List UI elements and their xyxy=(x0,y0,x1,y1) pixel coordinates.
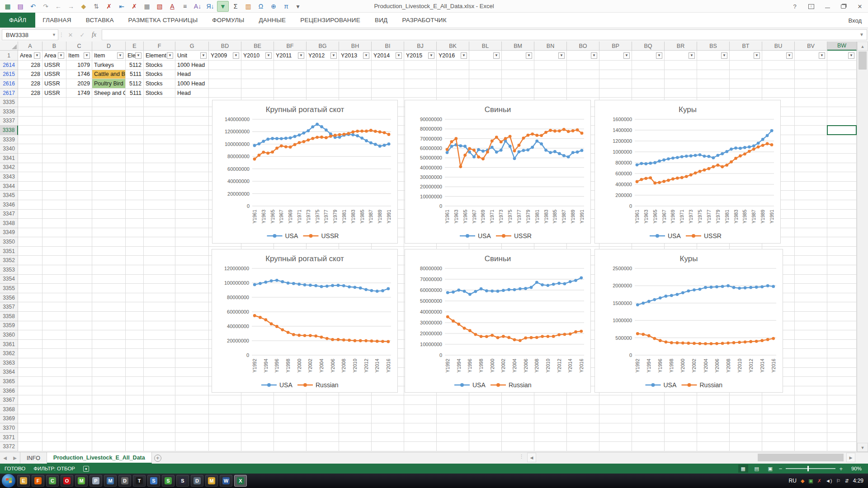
cell-BW3359[interactable] xyxy=(827,321,857,331)
filter-dropdown-icon[interactable]: ▼ xyxy=(135,52,142,59)
cell-BE2616[interactable] xyxy=(241,79,274,89)
cell-BW3353[interactable] xyxy=(827,265,857,275)
cell-B3358[interactable] xyxy=(42,312,66,321)
cell-B3351[interactable] xyxy=(42,247,66,256)
row-header-3347[interactable]: 3347 xyxy=(0,210,18,219)
cell-BI3369[interactable] xyxy=(372,414,404,424)
cell-C3346[interactable] xyxy=(66,200,92,210)
cell-D3371[interactable] xyxy=(92,433,126,442)
cell-BU2615[interactable] xyxy=(762,70,795,80)
chart-cattle-ussr[interactable]: Крупный рогатый скот02000000040000000600… xyxy=(212,100,398,244)
cell-B3349[interactable] xyxy=(42,228,66,238)
cell-F3340[interactable] xyxy=(144,144,175,154)
cell-BV3357[interactable] xyxy=(795,302,827,312)
cell-C3365[interactable] xyxy=(66,377,92,386)
cell-B3362[interactable] xyxy=(42,349,66,358)
filter-dropdown-icon[interactable]: ▼ xyxy=(34,52,40,59)
cell-BI3367[interactable] xyxy=(372,395,404,405)
cell-C3353[interactable] xyxy=(66,265,92,275)
taskbar-steam-icon[interactable]: S xyxy=(176,475,189,487)
filter-dropdown-icon[interactable]: ▼ xyxy=(623,52,630,59)
cell-E3354[interactable] xyxy=(126,275,144,284)
cell-F1[interactable]: Element▼ xyxy=(144,51,175,61)
zoom-level[interactable]: 90% xyxy=(846,466,862,471)
cell-BW3342[interactable] xyxy=(827,163,857,173)
sheet-nav-left-icon[interactable]: ◀ xyxy=(0,452,10,464)
ribbon-tab-рецензирование[interactable]: РЕЦЕНЗИРОВАНИЕ xyxy=(293,13,368,28)
hyperlink-icon[interactable]: ⊕ xyxy=(268,1,279,12)
cell-BJ2615[interactable] xyxy=(404,70,437,80)
cell-BS3372[interactable] xyxy=(697,442,730,451)
cell-A3365[interactable] xyxy=(18,377,42,386)
taskbar-security-app-icon[interactable]: S xyxy=(162,475,175,487)
cell-BL3368[interactable] xyxy=(469,405,502,414)
cell-E2617[interactable]: 5111 xyxy=(126,89,144,98)
row-header-3367[interactable]: 3367 xyxy=(0,395,18,405)
cell-BS3367[interactable] xyxy=(697,395,730,405)
cell-BV3343[interactable] xyxy=(795,172,827,182)
qat-more-icon[interactable]: ▾ xyxy=(293,1,303,12)
cell-B3347[interactable] xyxy=(42,210,66,219)
cell-D2614[interactable]: Turkeys xyxy=(92,61,126,70)
cell-BH1[interactable]: Y2013▼ xyxy=(339,51,372,61)
cell-C3356[interactable] xyxy=(66,293,92,303)
cell-BW3352[interactable] xyxy=(827,256,857,265)
cell-BU2614[interactable] xyxy=(762,61,795,70)
cell-G3349[interactable] xyxy=(175,228,209,238)
cell-C2617[interactable]: 1749 xyxy=(66,89,92,98)
cell-F3348[interactable] xyxy=(144,219,175,228)
cell-BG2616[interactable] xyxy=(307,79,339,89)
cell-BG3370[interactable] xyxy=(307,423,339,433)
cell-BV3362[interactable] xyxy=(795,349,827,358)
cell-D3350[interactable] xyxy=(92,237,126,247)
cell-C3352[interactable] xyxy=(66,256,92,265)
cell-BO2614[interactable] xyxy=(567,61,599,70)
cell-BS2614[interactable] xyxy=(697,61,730,70)
ribbon-tab-главная[interactable]: ГЛАВНАЯ xyxy=(35,13,78,28)
sign-in-link[interactable]: Вход xyxy=(849,13,862,28)
cell-BP3367[interactable] xyxy=(599,395,632,405)
cell-BH3368[interactable] xyxy=(339,405,372,414)
column-header-BD[interactable]: BD xyxy=(209,42,241,51)
cell-F3371[interactable] xyxy=(144,433,175,442)
cell-BT3372[interactable] xyxy=(730,442,762,451)
redo-icon[interactable]: ↷ xyxy=(40,1,52,12)
cell-BM3367[interactable] xyxy=(502,395,534,405)
cell-C3364[interactable] xyxy=(66,368,92,377)
scroll-right-arrow[interactable]: ▶ xyxy=(846,453,855,462)
cancel-formula-button[interactable]: ✕ xyxy=(65,29,76,40)
select-all-corner[interactable] xyxy=(0,42,18,51)
cell-C3362[interactable] xyxy=(66,349,92,358)
column-header-BR[interactable]: BR xyxy=(665,42,697,51)
row-header-3340[interactable]: 3340 xyxy=(0,144,18,154)
row-header-3335[interactable]: 3335 xyxy=(0,98,18,107)
cell-B3343[interactable] xyxy=(42,172,66,182)
cell-BJ2616[interactable] xyxy=(404,79,437,89)
cell-B3369[interactable] xyxy=(42,414,66,424)
cell-C3350[interactable] xyxy=(66,237,92,247)
cell-BG3372[interactable] xyxy=(307,442,339,451)
cell-BO3372[interactable] xyxy=(567,442,599,451)
taskbar-mail-app-icon[interactable]: M xyxy=(205,475,218,487)
cell-BS2616[interactable] xyxy=(697,79,730,89)
cell-BV3351[interactable] xyxy=(795,247,827,256)
cell-BW3360[interactable] xyxy=(827,330,857,340)
cell-A3370[interactable] xyxy=(18,423,42,433)
cell-BF2615[interactable] xyxy=(274,70,307,80)
cell-C3349[interactable] xyxy=(66,228,92,238)
cell-G3358[interactable] xyxy=(175,312,209,321)
cell-BU3371[interactable] xyxy=(762,433,795,442)
filter-dropdown-icon[interactable]: ▼ xyxy=(721,52,727,59)
cell-E3348[interactable] xyxy=(126,219,144,228)
update-icon[interactable]: ◆ xyxy=(801,478,804,484)
row-header-1[interactable]: 1 xyxy=(0,51,18,61)
start-button[interactable] xyxy=(2,474,15,488)
cell-G3348[interactable] xyxy=(175,219,209,228)
cell-BG2614[interactable] xyxy=(307,61,339,70)
cell-BW3348[interactable] xyxy=(827,219,857,228)
row-header-3358[interactable]: 3358 xyxy=(0,312,18,321)
cell-BH3372[interactable] xyxy=(339,442,372,451)
cell-C3351[interactable] xyxy=(66,247,92,256)
cell-BV3336[interactable] xyxy=(795,107,827,117)
cell-B3342[interactable] xyxy=(42,163,66,173)
